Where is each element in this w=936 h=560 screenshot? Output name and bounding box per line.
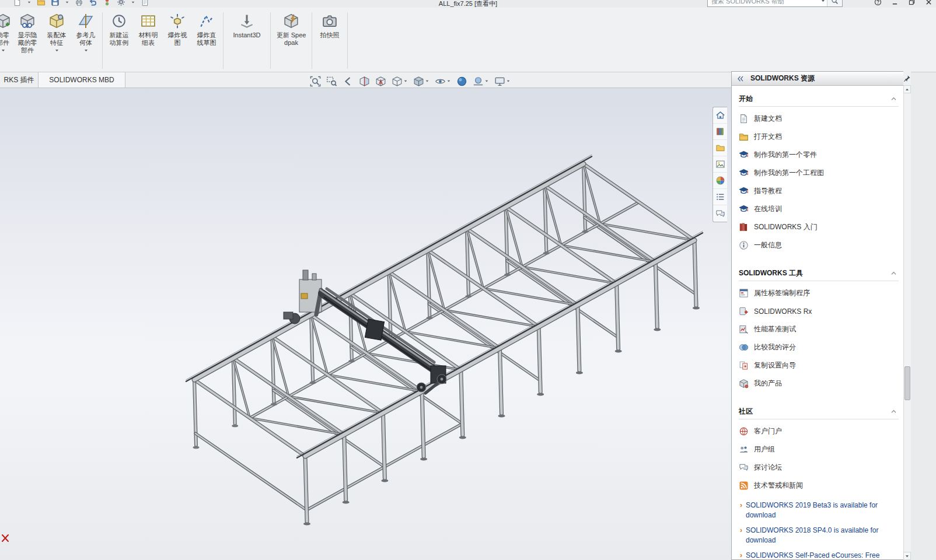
ribbon-button-label: Instant3D — [233, 32, 260, 39]
link-new-document[interactable]: 新建文档 — [739, 110, 899, 128]
help-icon[interactable] — [874, 0, 882, 6]
search-button[interactable] — [827, 0, 842, 6]
ribbon-button-reference-geometry[interactable]: 参考几何体 — [72, 10, 99, 71]
ribbon-button-move-component[interactable]: 动零部件 — [0, 10, 12, 71]
previous-view-icon — [343, 76, 354, 87]
graphics-viewport[interactable] — [0, 88, 731, 560]
chevron-down-icon — [425, 79, 429, 83]
copy-settings-icon — [739, 360, 749, 370]
link-performance-benchmark[interactable]: 性能基准测试 — [739, 320, 899, 338]
zoom-fit-button[interactable] — [309, 75, 322, 88]
benchmark-icon — [739, 324, 749, 334]
scroll-track[interactable] — [903, 93, 911, 552]
ribbon-button-new-motion-study[interactable]: 新建运动算例 — [106, 10, 132, 71]
ribbon-button-label: 新建运动算例 — [107, 32, 131, 47]
link-getting-started[interactable]: SOLIDWORKS 入门 — [739, 218, 899, 236]
ribbon-button-explode-line-sketch[interactable]: 爆炸直线草图 — [193, 10, 220, 71]
scroll-down-button[interactable] — [903, 552, 911, 560]
cad-model-assembly[interactable] — [0, 88, 731, 560]
section-view-button[interactable] — [358, 75, 371, 88]
section-header[interactable]: 社区 — [739, 405, 899, 417]
link-compare-score[interactable]: 比较我的评分 — [739, 338, 899, 356]
tab-solidworks-mbd[interactable]: SOLIDWORKS MBD — [39, 72, 125, 88]
link-first-part[interactable]: 制作我的第一个零件 — [739, 146, 899, 164]
link-open-document[interactable]: 打开文档 — [739, 128, 899, 146]
chevron-up-icon[interactable] — [890, 408, 897, 415]
news-link[interactable]: › SOLIDWORKS 2019 Beta3 is available for… — [739, 501, 899, 520]
appearances-globe-icon — [715, 176, 725, 186]
section-start: 开始 新建文档 打开文档 制作我的第一个零件 制作我的第一个工程图 指导教程 在… — [739, 93, 899, 254]
bill-of-materials-icon — [140, 13, 156, 29]
taskpane-tab-view-palette[interactable] — [713, 156, 727, 173]
compare-icon — [739, 342, 749, 352]
close-icon[interactable] — [925, 0, 932, 6]
tab-solidworks-addins[interactable]: RKS 插件 — [0, 72, 39, 88]
scroll-thumb[interactable] — [904, 366, 910, 400]
chevron-up-icon[interactable] — [890, 270, 897, 277]
annotation-view-button[interactable] — [375, 75, 387, 88]
link-tech-alerts-news[interactable]: 技术警戒和新闻 — [739, 477, 899, 495]
ribbon-button-update-speedpak[interactable]: 更新 Speedpak — [274, 10, 309, 71]
ribbon-button-bill-of-materials[interactable]: 材料明细表 — [135, 10, 162, 71]
ribbon-button-take-snapshot[interactable]: 拍快照 — [315, 10, 344, 71]
ribbon-button-show-hidden-components[interactable]: 显示隐藏的零部件 — [14, 10, 41, 71]
ribbon-button-assembly-features[interactable]: 装配体特征 — [43, 10, 70, 71]
chevron-down-icon[interactable] — [820, 0, 826, 4]
instant3d-icon — [239, 13, 255, 29]
taskpane-scrollbar[interactable] — [903, 71, 911, 560]
taskpane-tab-forum[interactable] — [713, 205, 727, 222]
section-header[interactable]: SOLIDWORKS 工具 — [739, 267, 899, 279]
link-online-training[interactable]: 在线培训 — [739, 200, 899, 218]
zoom-area-button[interactable] — [326, 75, 338, 88]
link-label: SOLIDWORKS 入门 — [754, 222, 818, 232]
link-label: 属性标签编制程序 — [754, 288, 810, 298]
taskpane-tab-file-explorer[interactable] — [713, 140, 727, 156]
chevron-down-icon — [54, 48, 60, 53]
section-view-icon — [359, 76, 370, 87]
view-orientation-button[interactable] — [391, 75, 408, 88]
link-my-products[interactable]: 我的产品 — [739, 374, 899, 393]
previous-view-button[interactable] — [342, 75, 354, 88]
display-style-button[interactable] — [413, 75, 430, 88]
link-tutorials[interactable]: 指导教程 — [739, 182, 899, 200]
search-box — [707, 0, 843, 7]
maximize-icon[interactable] — [908, 0, 916, 6]
ribbon-button-exploded-view[interactable]: 爆炸视图 — [164, 10, 191, 71]
link-user-groups[interactable]: 用户组 — [739, 440, 899, 459]
link-general-info[interactable]: 一般信息 — [739, 236, 899, 254]
taskpane-tab-custom-properties[interactable] — [713, 189, 727, 205]
link-copy-settings-wizard[interactable]: 复制设置向导 — [739, 356, 899, 374]
scroll-up-button[interactable] — [903, 85, 911, 93]
link-first-drawing[interactable]: 制作我的第一个工程图 — [739, 164, 899, 182]
section-title: 社区 — [739, 407, 753, 416]
hide-show-items-button[interactable] — [434, 75, 452, 88]
taskpane-tab-design-library[interactable] — [713, 124, 727, 140]
search-input[interactable] — [708, 0, 820, 6]
taskpane-tab-resources[interactable] — [713, 107, 727, 124]
chevron-down-icon — [1, 48, 6, 53]
view-settings-button[interactable] — [494, 75, 511, 88]
pin-icon[interactable] — [903, 75, 911, 82]
ribbon-button-instant3d[interactable]: Instant3D — [226, 10, 267, 71]
graduation-cap-icon — [739, 186, 749, 196]
portal-globe-icon — [739, 426, 749, 436]
pin-wrap — [903, 71, 911, 85]
collapse-panel-icon[interactable] — [736, 75, 745, 83]
news-link[interactable]: › SOLIDWORKS Self-Paced eCourses: Free — [739, 551, 899, 560]
list-icon — [715, 192, 725, 202]
chevron-up-icon[interactable] — [890, 95, 897, 103]
minimize-icon[interactable] — [891, 0, 899, 6]
link-solidworks-rx[interactable]: SOLIDWORKS Rx — [739, 302, 899, 320]
edit-appearance-button[interactable] — [456, 75, 468, 88]
link-discussion-forum[interactable]: 探讨论坛 — [739, 459, 899, 477]
link-customer-portal[interactable]: 客户门户 — [739, 422, 899, 440]
link-property-tab-builder[interactable]: 属性标签编制程序 — [739, 284, 899, 302]
ribbon-button-label: 动零部件 — [0, 32, 11, 47]
zoom-fit-icon — [310, 76, 321, 87]
apply-scene-button[interactable] — [472, 75, 490, 88]
news-link[interactable]: › SOLIDWORKS 2018 SP4.0 is available for… — [739, 526, 899, 545]
exploded-view-icon — [169, 13, 186, 29]
link-label: 在线培训 — [754, 204, 782, 214]
section-header[interactable]: 开始 — [739, 93, 899, 104]
taskpane-tab-appearances[interactable] — [713, 173, 727, 189]
